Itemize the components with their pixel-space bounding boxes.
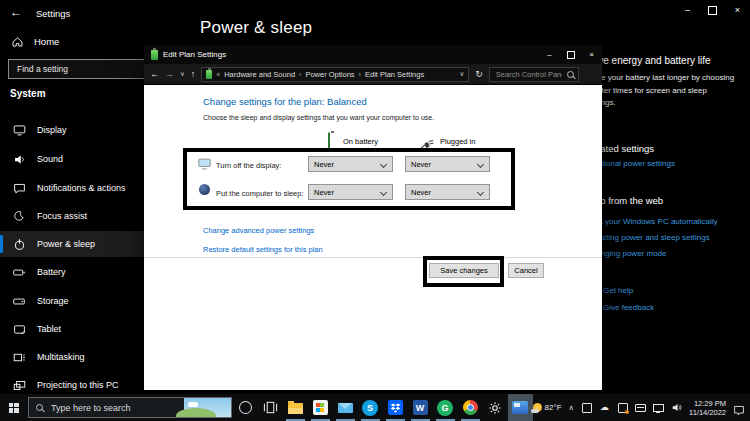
nav-forward-button[interactable]: → [165, 69, 174, 79]
taskbar: S W G 82°F ∧ ☁ [0, 394, 750, 421]
start-button[interactable] [0, 394, 28, 421]
tray-square-icon [618, 403, 628, 413]
nav-history-dropdown-icon[interactable]: ∨ [180, 70, 185, 78]
taskbar-app-microsoft-store[interactable] [308, 394, 333, 421]
window-content: Change settings for the plan: Balanced C… [144, 85, 602, 390]
taskbar-weather[interactable]: 82°F [533, 403, 562, 412]
window-minimize-button[interactable]: – [539, 45, 560, 64]
maximize-icon [708, 6, 717, 15]
settings-minimize-button[interactable]: – [675, 0, 700, 20]
refresh-icon[interactable]: ↻ [475, 69, 483, 79]
taskbar-app-task-view[interactable] [258, 394, 283, 421]
breadcrumb-item-power-options[interactable]: Power Options [305, 70, 354, 79]
window-close-button[interactable]: × [581, 45, 602, 64]
dropdown-value: Never [314, 160, 334, 169]
settings-maximize-button[interactable] [700, 0, 725, 20]
edit-plan-settings-window: Edit Plan Settings – × ← → ∨ ↑ « Hardwar… [144, 45, 602, 390]
file-explorer-icon [288, 403, 303, 414]
turn-off-display-on-battery-dropdown[interactable]: Never [308, 156, 393, 172]
hidden-icons-chevron[interactable]: ∧ [569, 403, 575, 412]
search-icon [36, 404, 43, 411]
content-divider [144, 257, 602, 258]
nav-up-button[interactable]: ↑ [191, 69, 196, 79]
sidebar-item-home[interactable]: Home [10, 35, 59, 48]
breadcrumb-item-hardware-sound[interactable]: Hardware and Sound [224, 70, 295, 79]
taskbar-app-mail[interactable] [333, 394, 358, 421]
system-tray: 82°F ∧ ☁ 12:29 PM 11/14/2022 [533, 399, 750, 417]
settings-close-button[interactable]: × [725, 0, 750, 20]
taskbar-app-word[interactable]: W [408, 394, 433, 421]
taskbar-app-settings[interactable] [483, 394, 508, 421]
gear-icon [488, 401, 502, 415]
nav-back-button[interactable]: ← [150, 69, 159, 79]
on-battery-icon [328, 133, 330, 151]
taskbar-clock[interactable]: 12:29 PM 11/14/2022 [689, 399, 726, 417]
volume-icon[interactable] [671, 402, 682, 413]
window-maximize-button[interactable] [560, 45, 581, 64]
search-highlight-image[interactable] [184, 398, 231, 417]
window-caption-buttons: – × [539, 45, 602, 64]
breadcrumb-item-edit-plan[interactable]: Edit Plan Settings [365, 70, 424, 79]
help-link-lock-pc[interactable]: Lock your Windows PC automatically [586, 217, 718, 226]
sidebar-item-label: Tablet [37, 324, 61, 334]
keyboard-icon [635, 404, 646, 412]
taskbar-app-skype[interactable]: S [358, 394, 383, 421]
put-computer-to-sleep-label: Put the computer to sleep: [216, 189, 304, 198]
sidebar-item-label: Storage [37, 296, 69, 306]
chrome-icon [463, 400, 478, 415]
search-icon [567, 71, 574, 78]
cancel-button[interactable]: Cancel [508, 263, 544, 278]
projecting-icon [12, 379, 26, 392]
turn-off-display-icon [198, 156, 211, 174]
action-center-icon [733, 405, 745, 416]
taskbar-app-control-panel[interactable] [508, 394, 533, 421]
cortana-button[interactable] [239, 401, 252, 414]
sidebar-item-label: Battery [37, 267, 66, 277]
sidebar-item-label: Projecting to this PC [37, 380, 119, 390]
help-link-adjusting-power[interactable]: Adjusting power and sleep settings [586, 233, 710, 242]
chevron-down-icon [380, 160, 387, 167]
restore-default-settings-link[interactable]: Restore default settings for this plan [203, 245, 323, 254]
power-options-app-icon [151, 50, 158, 60]
taskbar-app-icons: S W G [258, 394, 533, 421]
change-advanced-power-settings-link[interactable]: Change advanced power settings [203, 226, 314, 235]
tray-app-icon[interactable] [581, 402, 592, 413]
display-icon [12, 123, 26, 137]
tray-alert-icon[interactable] [617, 402, 628, 413]
turn-off-display-plugged-in-dropdown[interactable]: Never [405, 156, 490, 172]
breadcrumb-prefix: « [216, 71, 220, 78]
taskbar-search-box[interactable] [28, 397, 232, 418]
address-dropdown-icon[interactable]: ∨ [460, 70, 465, 78]
display-tray-icon[interactable] [653, 402, 664, 413]
control-panel-search-box[interactable] [489, 67, 579, 82]
taskbar-app-dropbox[interactable] [383, 394, 408, 421]
get-help-label: Get help [603, 286, 633, 295]
input-indicator-icon[interactable] [635, 402, 646, 413]
address-bar[interactable]: « Hardware and Sound › Power Options › E… [201, 67, 469, 82]
settings-back-icon[interactable]: ← [10, 5, 22, 19]
window-title-bar[interactable]: Edit Plan Settings – × [144, 45, 602, 64]
sound-icon [12, 153, 26, 166]
right-panel-heading: Save energy and battery life [586, 55, 711, 66]
onedrive-cloud-icon[interactable]: ☁ [599, 402, 610, 413]
storage-icon [12, 295, 26, 308]
control-panel-search-input[interactable] [494, 69, 564, 80]
save-changes-button[interactable]: Save changes [429, 263, 499, 278]
sleep-plugged-in-dropdown[interactable]: Never [405, 184, 490, 200]
chevron-down-icon [380, 188, 387, 195]
taskbar-app-grammarly[interactable]: G [433, 394, 458, 421]
settings-window-title: Settings [36, 8, 70, 19]
sidebar-section-title: System [10, 88, 46, 99]
tray-square-icon [582, 403, 592, 413]
sleep-on-battery-dropdown[interactable]: Never [308, 184, 393, 200]
word-icon: W [413, 400, 428, 415]
sidebar-item-label: Sound [37, 154, 63, 164]
taskbar-app-chrome[interactable] [458, 394, 483, 421]
right-panel-body: Make your battery last longer by choosin… [586, 72, 738, 110]
plan-heading: Change settings for the plan: Balanced [203, 96, 367, 107]
action-center-button[interactable] [733, 402, 745, 413]
window-navigation-bar: ← → ∨ ↑ « Hardware and Sound › Power Opt… [144, 64, 602, 85]
windows-flag-icon [316, 403, 325, 412]
tablet-icon [12, 323, 26, 336]
taskbar-app-file-explorer[interactable] [283, 394, 308, 421]
